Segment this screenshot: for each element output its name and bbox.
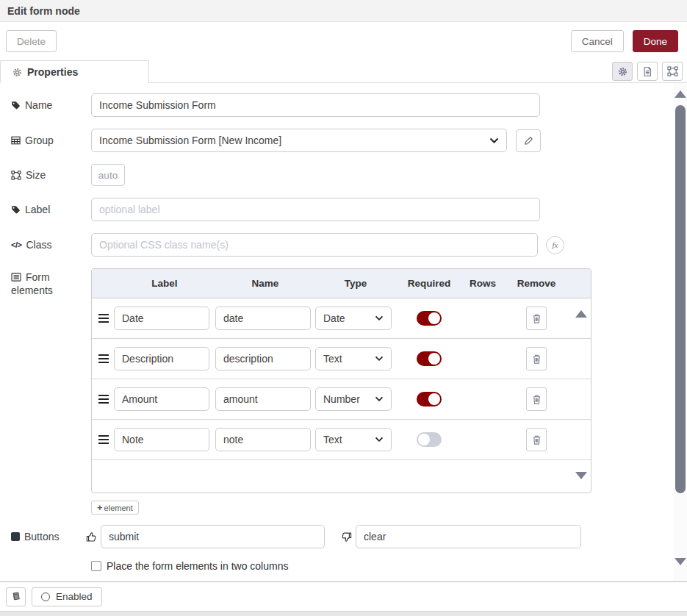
element-type-select[interactable]: Number	[315, 387, 392, 411]
scroll-down-icon[interactable]	[575, 472, 587, 479]
element-name-input[interactable]	[215, 347, 311, 370]
remove-element-button[interactable]	[526, 428, 547, 451]
docs-button[interactable]	[6, 587, 26, 606]
name-row: Name	[11, 93, 687, 117]
label-label: Label	[11, 204, 91, 215]
element-label-input[interactable]	[114, 387, 209, 411]
trash-icon	[532, 354, 542, 365]
list-alt-icon	[11, 273, 21, 282]
label-input[interactable]	[91, 198, 540, 221]
drag-handle-icon[interactable]	[98, 395, 114, 404]
required-toggle[interactable]	[417, 392, 442, 407]
file-icon	[642, 66, 652, 77]
element-label-input[interactable]	[114, 347, 209, 370]
remove-element-button[interactable]	[526, 307, 547, 330]
trash-icon	[532, 434, 542, 445]
square-icon	[11, 532, 20, 541]
col-header-rows: Rows	[462, 278, 503, 289]
group-row: Group Income Submission Form [New Income…	[11, 129, 687, 152]
description-view-button[interactable]	[637, 62, 658, 81]
class-input[interactable]	[91, 233, 538, 257]
scroll-up-icon[interactable]	[575, 310, 587, 318]
form-elements-row: Form elements Label Name Type Required R…	[11, 268, 687, 515]
col-header-remove: Remove	[503, 278, 569, 289]
element-name-input[interactable]	[215, 387, 311, 411]
circle-icon	[41, 592, 50, 601]
two-columns-row: Place the form elements in two columns	[91, 560, 687, 572]
dialog-footer: Enabled	[0, 581, 687, 611]
submit-button-input[interactable]	[101, 525, 325, 548]
tag-icon	[11, 101, 21, 110]
enabled-button[interactable]: Enabled	[32, 587, 102, 606]
element-type-select[interactable]: Text	[315, 347, 392, 370]
two-columns-checkbox[interactable]	[91, 561, 101, 571]
required-toggle[interactable]	[417, 432, 442, 447]
chevron-down-icon	[375, 396, 384, 402]
drag-handle-icon[interactable]	[98, 435, 114, 444]
element-name-input[interactable]	[215, 307, 311, 330]
drag-handle-icon[interactable]	[98, 354, 114, 363]
edit-group-button[interactable]	[516, 129, 541, 152]
form-elements-table: Label Name Type Required Rows Remove	[91, 268, 591, 493]
tab-properties-label: Properties	[27, 66, 78, 78]
trash-icon	[532, 313, 542, 324]
group-select-value: Income Submission Form [New Income]	[99, 135, 489, 146]
appearance-view-button[interactable]	[662, 62, 683, 81]
properties-panel: Name Group Income Submission Form [New I…	[0, 83, 687, 581]
scroll-down-icon[interactable]	[675, 558, 686, 565]
element-name-input[interactable]	[215, 428, 311, 451]
dialog-title: Edit form node	[7, 5, 80, 17]
fx-icon: fx	[553, 240, 558, 249]
remove-element-button[interactable]	[526, 347, 547, 370]
class-label: </> Class	[11, 239, 91, 251]
panel-scrollbar[interactable]	[674, 83, 687, 581]
drag-handle-icon[interactable]	[98, 314, 114, 323]
required-toggle[interactable]	[417, 351, 442, 366]
table-icon	[11, 136, 21, 145]
add-element-button[interactable]: +element	[91, 501, 139, 515]
workspace-edge	[0, 611, 687, 616]
element-type-select[interactable]: Date	[315, 307, 392, 330]
buttons-label: Buttons	[11, 531, 80, 542]
trash-icon	[532, 394, 542, 405]
table-row: Date	[92, 298, 591, 339]
remove-element-button[interactable]	[526, 387, 547, 411]
chevron-down-icon	[375, 356, 384, 362]
scrollbar-thumb[interactable]	[675, 105, 686, 493]
scroll-up-icon[interactable]	[675, 90, 686, 98]
edit-form-node-dialog: Edit form node Delete Cancel Done Proper…	[0, 0, 687, 616]
thumbs-up-icon	[86, 531, 97, 542]
label-row: Label	[11, 198, 687, 221]
group-select[interactable]: Income Submission Form [New Income]	[91, 129, 507, 152]
size-label: Size	[11, 169, 91, 181]
table-row: Number	[92, 379, 591, 420]
tab-toolbar-buttons	[612, 62, 683, 81]
element-type-select[interactable]: Text	[315, 428, 392, 451]
element-label-input[interactable]	[114, 307, 209, 330]
clear-button-input[interactable]	[356, 525, 581, 548]
size-auto-button[interactable]: auto	[91, 164, 125, 186]
col-header-type: Type	[315, 278, 396, 289]
table-row: Text	[92, 420, 591, 460]
name-input[interactable]	[91, 93, 540, 117]
gear-icon	[12, 68, 22, 77]
cancel-button[interactable]: Cancel	[571, 30, 624, 52]
required-toggle[interactable]	[417, 311, 442, 326]
delete-button[interactable]: Delete	[6, 30, 57, 52]
properties-view-button[interactable]	[612, 62, 633, 81]
tag-icon	[11, 205, 21, 215]
fx-button[interactable]: fx	[546, 236, 564, 254]
pencil-icon	[524, 136, 533, 146]
thumbs-down-icon	[341, 531, 352, 542]
element-label-input[interactable]	[114, 428, 209, 451]
appearance-icon	[667, 66, 678, 76]
buttons-row: Buttons	[11, 525, 687, 548]
dialog-toolbar: Delete Cancel Done	[0, 22, 687, 60]
code-icon: </>	[11, 240, 21, 249]
tab-properties[interactable]: Properties	[0, 60, 149, 83]
gear-icon	[618, 67, 627, 76]
object-group-icon	[11, 171, 21, 180]
table-scrollbar[interactable]	[573, 298, 591, 493]
done-button[interactable]: Done	[633, 30, 678, 52]
col-header-required: Required	[396, 278, 462, 289]
